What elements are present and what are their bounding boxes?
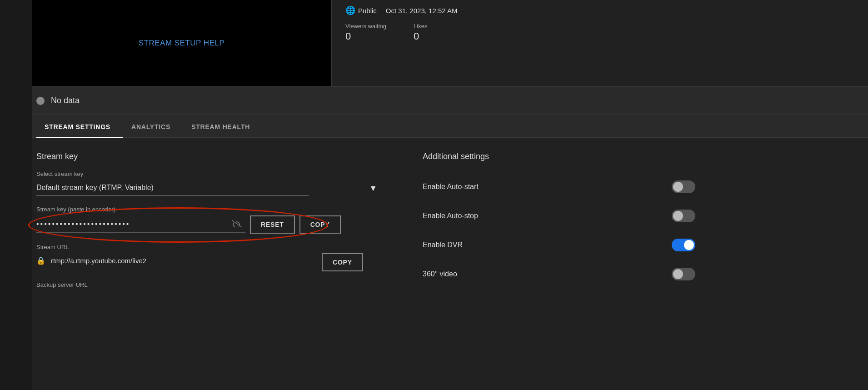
setting-row-360: 360° video bbox=[423, 260, 695, 289]
visibility-badge: 🌐 Public bbox=[345, 5, 377, 15]
stream-key-title: Stream key bbox=[36, 152, 391, 161]
viewers-waiting-stat: Viewers waiting 0 bbox=[345, 23, 386, 42]
stream-key-select-wrapper: Default stream key (RTMP, Variable) ▼ bbox=[36, 180, 391, 196]
stream-key-oval-area: RESET COPY bbox=[36, 215, 341, 234]
additional-settings-title: Additional settings bbox=[423, 152, 850, 161]
likes-value: 0 bbox=[414, 30, 427, 42]
stream-key-select[interactable]: Default stream key (RTMP, Variable) bbox=[36, 180, 309, 196]
360-video-slider bbox=[672, 268, 695, 280]
chevron-down-icon: ▼ bbox=[369, 183, 377, 193]
stream-url-row: Stream URL 🔒 rtmp://a.rtmp.youtube.com/l… bbox=[36, 244, 391, 271]
left-sidebar bbox=[0, 0, 32, 390]
stream-key-field-wrapper: RESET COPY bbox=[36, 215, 341, 234]
setting-row-auto-stop: Enable Auto-stop bbox=[423, 201, 695, 230]
no-data-text: No data bbox=[51, 96, 80, 105]
stream-key-section: Stream key Select stream key Default str… bbox=[32, 152, 404, 289]
setting-row-dvr: Enable DVR bbox=[423, 230, 695, 260]
visibility-label: Public bbox=[358, 7, 377, 15]
viewers-waiting-value: 0 bbox=[345, 30, 386, 42]
stream-key-label: Stream key (paste in encoder) bbox=[36, 206, 391, 213]
dvr-toggle[interactable] bbox=[672, 239, 695, 251]
auto-stop-toggle[interactable] bbox=[672, 210, 695, 222]
lock-icon: 🔒 bbox=[36, 256, 45, 265]
additional-settings-section: Additional settings Enable Auto-start En… bbox=[404, 152, 868, 289]
no-data-bar: No data bbox=[32, 87, 868, 115]
auto-start-label: Enable Auto-start bbox=[423, 183, 479, 191]
dvr-label: Enable DVR bbox=[423, 241, 463, 249]
copy-stream-url-button[interactable]: COPY bbox=[322, 253, 363, 271]
tab-stream-health[interactable]: STREAM HEALTH bbox=[183, 115, 263, 138]
dvr-slider bbox=[672, 239, 695, 251]
globe-icon: 🌐 bbox=[345, 5, 355, 15]
tab-analytics[interactable]: ANALYTICS bbox=[123, 115, 183, 138]
main-content: STREAM SETUP HELP 🌐 Public Oct 31, 2023,… bbox=[32, 0, 868, 390]
auto-stop-slider bbox=[672, 210, 695, 222]
stream-setup-help-link[interactable]: STREAM SETUP HELP bbox=[139, 39, 225, 48]
tabs-bar: STREAM SETTINGS ANALYTICS STREAM HEALTH bbox=[32, 115, 868, 138]
stream-key-input-row: Stream key (paste in encoder) bbox=[36, 206, 391, 234]
auto-start-toggle[interactable] bbox=[672, 180, 695, 193]
reset-button[interactable]: RESET bbox=[250, 215, 295, 234]
likes-label: Likes bbox=[414, 23, 427, 30]
setting-row-auto-start: Enable Auto-start bbox=[423, 172, 695, 201]
stream-url-wrapper: 🔒 rtmp://a.rtmp.youtube.com/live2 COPY bbox=[36, 253, 391, 271]
stream-url-field: 🔒 rtmp://a.rtmp.youtube.com/live2 bbox=[36, 256, 309, 268]
tab-stream-settings[interactable]: STREAM SETTINGS bbox=[36, 115, 123, 138]
stream-stats: Viewers waiting 0 Likes 0 bbox=[345, 23, 854, 42]
upper-area: STREAM SETUP HELP 🌐 Public Oct 31, 2023,… bbox=[32, 0, 868, 87]
stream-datetime: Oct 31, 2023, 12:52 AM bbox=[386, 7, 458, 15]
auto-stop-label: Enable Auto-stop bbox=[423, 212, 478, 220]
copy-stream-key-button[interactable]: COPY bbox=[299, 215, 341, 234]
stream-url-text: rtmp://a.rtmp.youtube.com/live2 bbox=[51, 257, 309, 265]
stream-url-label: Stream URL bbox=[36, 244, 391, 250]
stream-key-input[interactable] bbox=[36, 216, 245, 233]
eye-slash-icon[interactable] bbox=[232, 220, 242, 230]
select-stream-key-label: Select stream key bbox=[36, 170, 391, 177]
backup-url-label: Backup server URL bbox=[36, 281, 391, 288]
settings-area: Stream key Select stream key Default str… bbox=[32, 138, 868, 289]
stream-info-panel: 🌐 Public Oct 31, 2023, 12:52 AM Viewers … bbox=[332, 0, 868, 86]
video-preview: STREAM SETUP HELP bbox=[32, 0, 332, 86]
no-data-dot bbox=[36, 97, 45, 105]
viewers-waiting-label: Viewers waiting bbox=[345, 23, 386, 30]
360-video-label: 360° video bbox=[423, 270, 457, 278]
auto-start-slider bbox=[672, 180, 695, 193]
stream-meta-top: 🌐 Public Oct 31, 2023, 12:52 AM bbox=[345, 5, 854, 15]
360-video-toggle[interactable] bbox=[672, 268, 695, 280]
likes-stat: Likes 0 bbox=[414, 23, 427, 42]
